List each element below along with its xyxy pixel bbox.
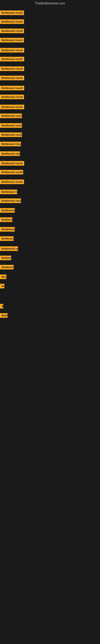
bottleneck-badge: Bottleneck [0, 265, 14, 270]
bottleneck-badge: Bottleneck result [0, 151, 20, 156]
bottleneck-badge: Bot [0, 274, 6, 279]
list-item: Bottleneck r [0, 227, 15, 232]
list-item: Bottleneck result [0, 28, 24, 34]
bottleneck-badge: Bottleneck result [0, 105, 24, 109]
list-item: Bottleneck result [0, 19, 24, 25]
bottleneck-badge: Bottlene [0, 256, 11, 260]
bottleneck-badge: Bottleneck result [0, 57, 24, 62]
list-item: Bottleneck result [0, 66, 24, 72]
bottleneck-badge: Bottleneck result [0, 114, 22, 118]
list-item: Bottleneck result [0, 170, 23, 175]
bottleneck-badge: Bottleneck result [0, 10, 24, 15]
bottleneck-badge: Bottleneck res [0, 246, 18, 251]
site-title: TheBottlenecker.com [0, 0, 100, 6]
bottleneck-badge: Bottl [0, 313, 8, 318]
bottleneck-badge: Bottleneck result [0, 76, 24, 80]
list-item: Bottleneck result [0, 151, 20, 157]
bottleneck-badge: Bottleneck result [0, 94, 24, 99]
bottleneck-list: Bottleneck resultBottleneck resultBottle… [0, 6, 100, 642]
bottleneck-badge: Bottleneck result [0, 86, 24, 90]
list-item: Bottleneck result [0, 48, 24, 53]
list-item: Bottleneck [0, 265, 14, 270]
site-title-container: TheBottlenecker.com [0, 0, 100, 6]
list-item: Bottleneck result [0, 57, 24, 62]
list-item: Bottleneck result [0, 86, 24, 91]
bottleneck-badge: Bottleneck result [0, 142, 21, 146]
list-item: Bottleneck result [0, 198, 21, 204]
bottleneck-badge: Bottleneck result [0, 161, 24, 166]
bottleneck-badge: Bottleneck result [0, 38, 24, 42]
list-item: Bottleneck [0, 236, 14, 242]
bottleneck-badge: Bottleneck re [0, 190, 17, 194]
bottleneck-badge: Bottleneck result [0, 66, 24, 71]
list-item: Bottleneck result [0, 161, 24, 166]
bottleneck-badge: Bottleneck [0, 236, 14, 241]
list-item: Bottlene [0, 256, 11, 261]
list-item: Bottleneck r [0, 208, 15, 214]
list-item: Bottleneck result [0, 180, 24, 185]
bottleneck-badge: Bottleneck result [0, 180, 24, 184]
list-item: Bottleneck result [0, 123, 22, 128]
bottleneck-badge: Bottleneck result [0, 48, 24, 52]
list-item: Bottleneck result [0, 38, 24, 43]
bottleneck-badge: Bo [0, 284, 4, 288]
list-item: Bottleneck re [0, 190, 17, 195]
list-item: Bottlenec [0, 217, 12, 223]
list-item: Bottleneck result [0, 76, 24, 81]
list-item: Bottleneck res [0, 246, 18, 252]
list-item: Bottl [0, 313, 8, 318]
list-item: Bottleneck result [0, 10, 24, 16]
list-item: Bot [0, 274, 6, 280]
bottleneck-badge: Bottleneck result [0, 132, 22, 137]
bottleneck-badge: Bottleneck result [0, 198, 21, 203]
bottleneck-badge: Bottleneck r [0, 208, 15, 213]
list-item: Bottleneck result [0, 94, 24, 100]
list-item: Bottleneck result [0, 114, 22, 119]
bottleneck-badge: Bottleneck result [0, 19, 24, 24]
bottleneck-badge: Bottlenec [0, 217, 12, 222]
bottleneck-badge: B [0, 304, 3, 308]
bottleneck-badge: Bottleneck result [0, 170, 23, 174]
bottleneck-badge: Bottleneck r [0, 227, 15, 232]
list-item: Bo [0, 284, 4, 289]
list-item: Bottleneck result [0, 132, 22, 138]
list-item: Bottleneck result [0, 142, 21, 147]
list-item: B [0, 304, 3, 309]
list-item: Bottleneck result [0, 105, 24, 110]
bottleneck-badge: Bottleneck result [0, 123, 22, 128]
bottleneck-badge: Bottleneck result [0, 28, 24, 33]
